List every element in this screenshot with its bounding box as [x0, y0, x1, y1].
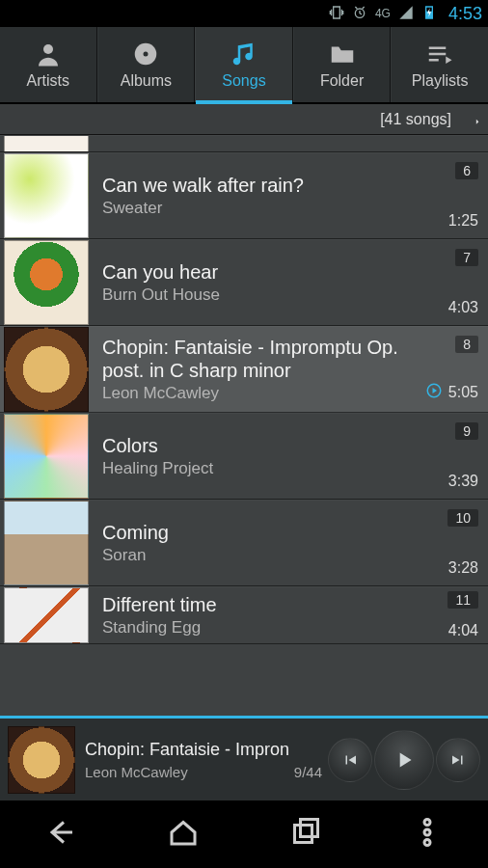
- skip-next-icon: [449, 751, 467, 769]
- svg-point-8: [424, 829, 430, 835]
- svg-point-9: [424, 840, 430, 846]
- album-art: [4, 587, 89, 643]
- tab-bar: Artists Albums Songs Folder Playlists: [0, 27, 488, 104]
- song-info: Chopin: Fantaisie - Impromptu Op. post. …: [102, 336, 416, 403]
- list-item[interactable]: Chopin: Fantaisie - Impromptu Op. post. …: [0, 326, 488, 413]
- song-count-label: [41 songs]: [380, 111, 451, 128]
- list-item[interactable]: Can you hear Burn Out House 7 4:03: [0, 239, 488, 326]
- track-number-badge: 10: [447, 509, 478, 527]
- tab-label: Folder: [320, 72, 364, 90]
- skip-previous-icon: [341, 751, 359, 769]
- play-icon: [392, 747, 417, 773]
- album-art: [4, 327, 89, 412]
- svg-point-7: [424, 820, 430, 826]
- album-art: [4, 153, 89, 238]
- now-playing-position: 9/44: [294, 764, 322, 780]
- song-duration: 3:28: [448, 559, 478, 577]
- album-art: [4, 135, 89, 152]
- album-art: [4, 501, 89, 585]
- song-title: Coming: [102, 521, 438, 544]
- song-meta: 7 4:03: [448, 249, 478, 316]
- previous-track-button[interactable]: [328, 738, 372, 782]
- playback-controls: [328, 730, 480, 790]
- list-item[interactable]: Different time Standing Egg 11 4:04: [0, 586, 488, 644]
- tab-albums[interactable]: Albums: [97, 27, 196, 102]
- song-info: Different time Standing Egg: [102, 593, 438, 637]
- track-number-badge: 8: [455, 336, 478, 353]
- folder-icon: [328, 40, 357, 68]
- tab-label: Songs: [222, 72, 265, 90]
- song-title: Different time: [102, 593, 438, 616]
- song-meta: 10 3:28: [447, 509, 478, 577]
- list-item[interactable]: Colors Healing Project 9 3:39: [0, 413, 488, 500]
- svg-rect-5: [295, 826, 312, 843]
- tab-songs[interactable]: Songs: [195, 27, 293, 102]
- album-art: [4, 240, 89, 325]
- list-item[interactable]: Can we walk after rain? Sweater 6 1:25: [0, 152, 488, 239]
- next-track-button[interactable]: [436, 738, 480, 782]
- now-playing-artist: Leon McCawley: [85, 764, 188, 780]
- now-playing-bar[interactable]: Chopin: Fantaisie - Impron Leon McCawley…: [0, 716, 488, 800]
- song-title: Can you hear: [102, 260, 439, 284]
- tab-artists[interactable]: Artists: [0, 27, 97, 102]
- svg-point-1: [43, 44, 53, 54]
- music-note-icon: [230, 40, 258, 68]
- album-art: [4, 414, 89, 499]
- song-info: Colors Healing Project: [102, 434, 439, 478]
- list-item[interactable]: [0, 135, 488, 152]
- song-duration: 5:05: [425, 382, 478, 403]
- song-duration: 4:04: [448, 622, 478, 639]
- person-icon: [34, 40, 63, 68]
- tab-label: Artists: [27, 72, 69, 90]
- song-artist: Sweater: [102, 199, 439, 218]
- song-title: Can we walk after rain?: [102, 174, 439, 197]
- list-item[interactable]: Coming Soran 10 3:28: [0, 500, 488, 586]
- android-status-bar: 4G 4:53: [0, 0, 488, 27]
- svg-rect-6: [301, 820, 318, 837]
- sort-options-icon[interactable]: [461, 108, 480, 131]
- song-info: Coming Soran: [102, 521, 438, 565]
- vibrate-icon: [329, 5, 344, 23]
- play-pause-button[interactable]: [374, 730, 434, 790]
- tab-playlists[interactable]: Playlists: [391, 27, 488, 102]
- tab-label: Playlists: [412, 72, 469, 90]
- tab-label: Albums: [121, 72, 172, 90]
- song-artist: Leon McCawley: [102, 384, 416, 403]
- song-info: Can you hear Burn Out House: [102, 260, 439, 305]
- now-playing-indicator-icon: [425, 382, 443, 403]
- song-meta: 6 1:25: [448, 162, 478, 230]
- now-playing-album-art[interactable]: [8, 726, 75, 794]
- now-playing-info[interactable]: Chopin: Fantaisie - Impron Leon McCawley…: [85, 740, 322, 780]
- battery-charging-icon: [421, 5, 437, 23]
- song-duration: 3:39: [448, 473, 478, 490]
- menu-button[interactable]: [410, 815, 445, 854]
- song-artist: Standing Egg: [102, 618, 438, 637]
- track-number-badge: 11: [447, 591, 478, 609]
- track-number-badge: 7: [455, 249, 478, 266]
- songs-sub-header: [41 songs]: [0, 104, 488, 135]
- song-list[interactable]: Can we walk after rain? Sweater 6 1:25 C…: [0, 135, 488, 716]
- track-number-badge: 6: [455, 162, 478, 179]
- recent-apps-button[interactable]: [287, 815, 322, 854]
- song-artist: Soran: [102, 546, 438, 565]
- svg-point-3: [144, 52, 149, 57]
- song-artist: Burn Out House: [102, 285, 439, 305]
- song-info: Can we walk after rain? Sweater: [102, 174, 439, 218]
- song-meta: 11 4:04: [447, 591, 478, 639]
- song-meta: 8 5:05: [425, 336, 478, 403]
- playlist-icon: [425, 40, 454, 68]
- now-playing-title: Chopin: Fantaisie - Impron: [85, 740, 322, 760]
- status-clock: 4:53: [448, 4, 482, 24]
- alarm-icon: [352, 5, 367, 23]
- disc-icon: [131, 40, 160, 68]
- android-nav-bar: [0, 800, 488, 868]
- signal-icon: [398, 5, 414, 23]
- back-button[interactable]: [43, 815, 78, 854]
- home-button[interactable]: [166, 815, 201, 854]
- song-title: Colors: [102, 434, 439, 457]
- song-meta: 9 3:39: [448, 422, 478, 490]
- tab-folder[interactable]: Folder: [293, 27, 392, 102]
- network-4g-label: 4G: [375, 7, 391, 20]
- song-title: Chopin: Fantaisie - Impromptu Op. post. …: [102, 336, 416, 382]
- song-artist: Healing Project: [102, 459, 439, 478]
